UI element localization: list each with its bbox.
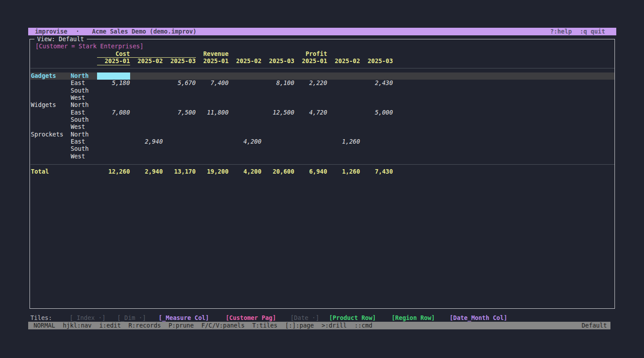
value-cell[interactable]	[97, 116, 130, 124]
value-cell[interactable]	[130, 145, 163, 153]
tile--measure-col[interactable]: [_Measure Col]	[159, 314, 209, 322]
value-cell[interactable]	[97, 153, 130, 160]
value-cell[interactable]	[163, 72, 196, 80]
value-cell[interactable]: 2,220	[294, 80, 327, 87]
value-cell[interactable]: 2,430	[360, 80, 393, 87]
value-cell[interactable]: 11,800	[196, 109, 229, 116]
value-cell[interactable]	[262, 87, 295, 94]
value-cell[interactable]	[294, 153, 327, 160]
value-cell[interactable]	[294, 138, 327, 145]
table-row[interactable]: West	[30, 124, 614, 131]
tile-date-month-col[interactable]: [Date_Month Col]	[449, 314, 507, 322]
tile--dim[interactable]: [_Dim ·]	[117, 314, 146, 322]
value-cell[interactable]	[130, 94, 163, 102]
value-cell[interactable]	[294, 124, 327, 131]
value-cell[interactable]	[229, 124, 262, 131]
value-cell[interactable]	[262, 131, 295, 138]
tile-customer-pag[interactable]: [Customer Pag]	[225, 314, 276, 322]
value-cell[interactable]	[327, 153, 360, 160]
value-cell[interactable]	[97, 94, 130, 102]
value-cell[interactable]	[327, 94, 360, 102]
value-cell[interactable]	[327, 72, 360, 80]
quit-hint[interactable]: :q quit	[580, 28, 605, 35]
value-cell[interactable]	[327, 80, 360, 87]
table-row[interactable]: East2,9404,2001,260	[30, 138, 614, 145]
value-cell[interactable]	[163, 131, 196, 138]
value-cell[interactable]	[229, 153, 262, 160]
value-cell[interactable]	[327, 131, 360, 138]
value-cell[interactable]	[196, 153, 229, 160]
table-row[interactable]: South	[30, 116, 614, 124]
value-cell[interactable]	[130, 131, 163, 138]
value-cell[interactable]	[97, 131, 130, 138]
value-cell[interactable]: 7,400	[196, 80, 229, 87]
value-cell[interactable]: 5,000	[360, 109, 393, 116]
cell-cursor[interactable]	[97, 72, 130, 80]
value-cell[interactable]	[163, 124, 196, 131]
value-cell[interactable]	[130, 109, 163, 116]
value-cell[interactable]	[130, 87, 163, 94]
value-cell[interactable]	[196, 145, 229, 153]
value-cell[interactable]	[294, 102, 327, 109]
value-cell[interactable]: 7,080	[97, 109, 130, 116]
value-cell[interactable]	[196, 94, 229, 102]
value-cell[interactable]	[229, 94, 262, 102]
value-cell[interactable]	[294, 94, 327, 102]
value-cell[interactable]	[196, 138, 229, 145]
table-row[interactable]: South	[30, 145, 614, 153]
value-cell[interactable]	[229, 145, 262, 153]
table-row[interactable]: GadgetsNorth	[30, 72, 614, 80]
help-hint[interactable]: ?:help	[550, 28, 572, 35]
value-cell[interactable]	[294, 145, 327, 153]
value-cell[interactable]	[130, 124, 163, 131]
value-cell[interactable]	[196, 102, 229, 109]
value-cell[interactable]: 12,500	[262, 109, 295, 116]
value-cell[interactable]	[229, 116, 262, 124]
value-cell[interactable]	[294, 116, 327, 124]
value-cell[interactable]	[262, 124, 295, 131]
value-cell[interactable]	[97, 87, 130, 94]
value-cell[interactable]	[360, 94, 393, 102]
value-cell[interactable]	[229, 109, 262, 116]
table-row[interactable]: South	[30, 87, 614, 94]
value-cell[interactable]	[229, 72, 262, 80]
value-cell[interactable]	[97, 145, 130, 153]
value-cell[interactable]	[130, 80, 163, 87]
tile-date[interactable]: [Date ·]	[290, 314, 319, 322]
value-cell[interactable]	[229, 87, 262, 94]
table-row[interactable]: SprocketsNorth	[30, 131, 614, 138]
value-cell[interactable]	[327, 124, 360, 131]
value-cell[interactable]	[327, 109, 360, 116]
value-cell[interactable]	[360, 72, 393, 80]
value-cell[interactable]	[360, 116, 393, 124]
value-cell[interactable]	[130, 116, 163, 124]
value-cell[interactable]	[163, 153, 196, 160]
value-cell[interactable]	[360, 102, 393, 109]
value-cell[interactable]	[294, 131, 327, 138]
value-cell[interactable]	[327, 102, 360, 109]
value-cell[interactable]	[360, 87, 393, 94]
value-cell[interactable]	[163, 102, 196, 109]
value-cell[interactable]	[163, 116, 196, 124]
value-cell[interactable]: 8,100	[262, 80, 295, 87]
value-cell[interactable]	[327, 145, 360, 153]
table-row[interactable]: East7,0807,50011,80012,5004,7205,000	[30, 109, 614, 116]
value-cell[interactable]	[294, 87, 327, 94]
value-cell[interactable]	[360, 124, 393, 131]
value-cell[interactable]: 2,940	[130, 138, 163, 145]
value-cell[interactable]: 5,670	[163, 80, 196, 87]
value-cell[interactable]	[229, 131, 262, 138]
value-cell[interactable]	[196, 116, 229, 124]
value-cell[interactable]	[327, 116, 360, 124]
table-row[interactable]: West	[30, 153, 614, 160]
value-cell[interactable]: 1,260	[327, 138, 360, 145]
value-cell[interactable]	[163, 145, 196, 153]
value-cell[interactable]	[262, 72, 295, 80]
value-cell[interactable]	[196, 124, 229, 131]
value-cell[interactable]	[360, 131, 393, 138]
value-cell[interactable]	[229, 102, 262, 109]
tile-product-row[interactable]: [Product Row]	[329, 314, 376, 322]
value-cell[interactable]	[229, 80, 262, 87]
value-cell[interactable]	[130, 102, 163, 109]
value-cell[interactable]	[294, 72, 327, 80]
